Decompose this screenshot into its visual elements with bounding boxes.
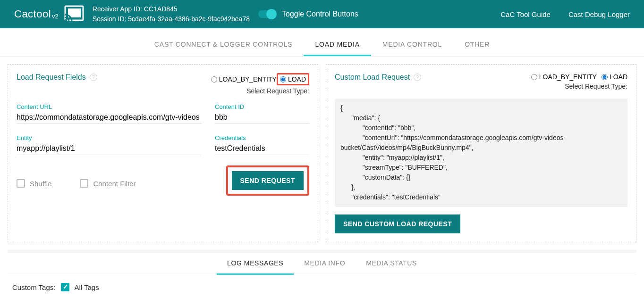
logo-version: v2	[52, 13, 59, 20]
highlight-load-radio: LOAD	[277, 73, 309, 85]
receiver-id: CC1AD845	[144, 5, 178, 13]
cast-icon[interactable]	[64, 5, 84, 23]
send-custom-request-button[interactable]: SEND CUSTOM LOAD REQUEST	[335, 214, 460, 233]
panel-title-left: Load Request Fields ?	[17, 73, 97, 82]
shuffle-checkbox[interactable]: Shuffle	[17, 179, 51, 188]
highlight-send-request: SEND REQUEST	[226, 165, 309, 196]
tab-media-info[interactable]: MEDIA INFO	[294, 253, 356, 275]
all-tags-checkbox[interactable]: All Tags	[61, 283, 99, 291]
session-id: 5cdae4fa-32aa-4386-ba2c-9fac942bea78	[128, 15, 250, 23]
send-request-button[interactable]: SEND REQUEST	[232, 171, 304, 190]
receiver-label: Receiver App ID:	[93, 5, 142, 13]
select-request-type-label-left: Select Request Type:	[206, 87, 309, 95]
custom-tags-label: Custom Tags:	[12, 283, 55, 291]
radio-load-left[interactable]: LOAD	[280, 75, 306, 83]
content-id-input[interactable]	[215, 111, 309, 124]
radio-load-by-entity-right[interactable]: LOAD_BY_ENTITY	[531, 73, 597, 81]
content-filter-checkbox[interactable]: Content Filter	[80, 179, 136, 188]
session-label: Session ID:	[93, 15, 127, 23]
custom-load-request-panel: Custom Load Request ? LOAD_BY_ENTITY LOA…	[326, 64, 636, 242]
tab-log-messages[interactable]: LOG MESSAGES	[217, 253, 294, 275]
tab-media-control[interactable]: MEDIA CONTROL	[371, 34, 453, 56]
logo-text: Cactool	[14, 8, 51, 20]
credentials-input[interactable]	[215, 142, 309, 155]
radio-load-by-entity-left[interactable]: LOAD_BY_ENTITY	[211, 75, 277, 83]
tab-cast-connect[interactable]: CAST CONNECT & LOGGER CONTROLS	[143, 34, 304, 56]
entity-input[interactable]	[17, 142, 202, 155]
sub-tabs: LOG MESSAGES MEDIA INFO MEDIA STATUS	[8, 253, 636, 275]
app-header: Cactool v2 Receiver App ID: CC1AD845 Ses…	[0, 0, 644, 28]
credentials-label: Credentials	[215, 134, 309, 141]
logo: Cactool v2	[14, 5, 84, 23]
tab-load-media[interactable]: LOAD MEDIA	[304, 34, 371, 56]
tab-other[interactable]: OTHER	[453, 34, 501, 56]
radio-load-right[interactable]: LOAD	[602, 73, 627, 81]
main-tabs: CAST CONNECT & LOGGER CONTROLS LOAD MEDI…	[0, 34, 644, 57]
select-request-type-label-right: Select Request Type:	[526, 82, 627, 90]
link-cac-guide[interactable]: CaC Tool Guide	[500, 10, 551, 18]
entity-label: Entity	[17, 134, 202, 141]
help-icon[interactable]: ?	[414, 74, 421, 81]
content-url-label: Content URL	[17, 103, 202, 110]
panel-title-right: Custom Load Request ?	[335, 73, 421, 82]
link-debug-logger[interactable]: Cast Debug Logger	[568, 10, 630, 18]
content-id-label: Content ID	[215, 103, 309, 110]
toggle-switch-icon[interactable]	[258, 10, 275, 18]
help-icon[interactable]: ?	[90, 74, 97, 81]
custom-json-textarea[interactable]: { "media": { "contentId": "bbb", "conten…	[335, 99, 627, 207]
load-request-fields-panel: Load Request Fields ? LOAD_BY_ENTITY LOA…	[8, 64, 318, 242]
tab-media-status[interactable]: MEDIA STATUS	[356, 253, 427, 275]
toggle-label: Toggle Control Buttons	[282, 10, 358, 18]
content-url-input[interactable]	[17, 111, 202, 124]
toggle-control-buttons[interactable]: Toggle Control Buttons	[258, 10, 358, 18]
header-info: Receiver App ID: CC1AD845 Session ID: 5c…	[93, 4, 250, 24]
log-section: LOG MESSAGES MEDIA INFO MEDIA STATUS Cus…	[8, 250, 636, 297]
